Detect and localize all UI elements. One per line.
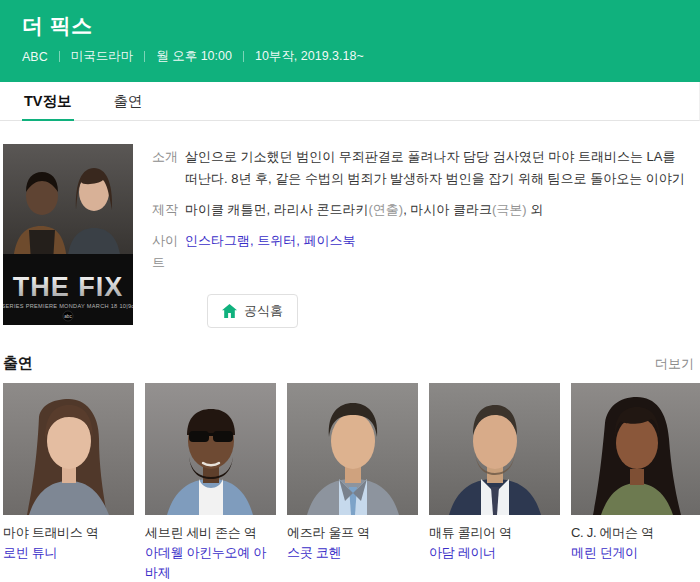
- meta-episodes: 10부작, 2019.3.18~: [255, 48, 364, 65]
- cast-role: 마야 트래비스 역: [3, 523, 134, 543]
- cast-actor-link[interactable]: 로빈 튜니: [3, 543, 134, 563]
- cast-card: C. J. 에머슨 역 메린 던게이: [571, 383, 700, 582]
- meta-genre: 미국드라마: [71, 48, 134, 65]
- cast-more-link[interactable]: 더보기: [655, 355, 694, 373]
- program-details: 소개 살인으로 기소했던 범인이 무죄판결로 풀려나자 담당 검사였던 마야 트…: [152, 144, 685, 328]
- meta-divider: [243, 51, 244, 62]
- production-role-writing: (극본): [492, 202, 527, 217]
- cast-card: 에즈라 울프 역 스콧 코헨: [287, 383, 418, 582]
- cast-photo-emerson[interactable]: [571, 383, 700, 515]
- cast-role: 에즈라 울프 역: [287, 523, 418, 543]
- cast-actor-link[interactable]: 아데웰 아킨누오예 아바제: [145, 543, 276, 582]
- production-names: 마이클 캐틀먼, 라리사 콘드라키: [185, 202, 368, 217]
- poster-title-text: THE FIX: [13, 272, 124, 302]
- cast-actor-link[interactable]: 메린 던게이: [571, 543, 700, 563]
- production-label: 제작: [152, 199, 185, 221]
- cast-grid: 마야 트래비스 역 로빈 튜니: [3, 383, 697, 582]
- portrait-man-navy-suit: [429, 383, 560, 515]
- cast-actor-link[interactable]: 아담 레이너: [429, 543, 560, 563]
- poster-image[interactable]: THE FIX SERIES PREMIERE MONDAY MARCH 18 …: [3, 144, 133, 325]
- program-title: 더 픽스: [22, 13, 678, 39]
- portrait-woman-brown-hair: [3, 383, 134, 515]
- cast-role: 매튜 콜리어 역: [429, 523, 560, 543]
- cast-section-title: 출연: [3, 354, 33, 373]
- instagram-link[interactable]: 인스타그램: [185, 233, 250, 248]
- production-role-directing: (연출): [368, 202, 403, 217]
- intro-label: 소개: [152, 146, 185, 190]
- tab-bar: TV정보 출연: [0, 82, 700, 121]
- tv-info-page: 더 픽스 ABC 미국드라마 월 오후 10:00 10부작, 2019.3.1…: [0, 0, 700, 582]
- production-text: 마이클 캐틀먼, 라리사 콘드라키(연출), 마시아 클라크(극본) 외: [185, 199, 685, 221]
- home-icon: [222, 304, 237, 318]
- official-home-button[interactable]: 공식홈: [207, 294, 298, 328]
- cast-header: 출연 더보기: [3, 354, 697, 373]
- production-names-2: , 마시아 클라크: [403, 202, 492, 217]
- meta-divider: [59, 51, 60, 62]
- cast-photo-sevvy[interactable]: [145, 383, 276, 515]
- poster-art: THE FIX SERIES PREMIERE MONDAY MARCH 18 …: [3, 144, 133, 325]
- cast-role: 세브린 세비 존슨 역: [145, 523, 276, 543]
- portrait-man-sunglasses: [145, 383, 276, 515]
- poster-network-logo: abc: [64, 314, 72, 319]
- cast-card: 세브린 세비 존슨 역 아데웰 아킨누오예 아바제: [145, 383, 276, 582]
- cast-photo-collier[interactable]: [429, 383, 560, 515]
- program-header: 더 픽스 ABC 미국드라마 월 오후 10:00 10부작, 2019.3.1…: [0, 0, 700, 82]
- cast-photo-wolf[interactable]: [287, 383, 418, 515]
- meta-airtime: 월 오후 10:00: [156, 48, 232, 65]
- cast-card: 마야 트래비스 역 로빈 튜니: [3, 383, 134, 582]
- intro-row: 소개 살인으로 기소했던 범인이 무죄판결로 풀려나자 담당 검사였던 마야 트…: [152, 146, 685, 190]
- site-label: 사이트: [152, 230, 185, 274]
- portrait-woman-dark-hair: [571, 383, 700, 515]
- cast-photo-maya[interactable]: [3, 383, 134, 515]
- program-meta: ABC 미국드라마 월 오후 10:00 10부작, 2019.3.18~: [22, 48, 678, 65]
- site-links: 인스타그램, 트위터, 페이스북: [185, 230, 685, 274]
- site-row: 사이트 인스타그램, 트위터, 페이스북: [152, 230, 685, 274]
- poster-premiere-text: SERIES PREMIERE MONDAY MARCH 18 10|9c: [3, 303, 133, 309]
- tab-tv-info[interactable]: TV정보: [22, 82, 74, 120]
- cast-actor-link[interactable]: 스콧 코헨: [287, 543, 418, 563]
- tab-cast[interactable]: 출연: [112, 82, 145, 120]
- twitter-link[interactable]: 트위터: [257, 233, 296, 248]
- portrait-man-gray-suit: [287, 383, 418, 515]
- info-section: THE FIX SERIES PREMIERE MONDAY MARCH 18 …: [0, 121, 700, 328]
- cast-card: 매튜 콜리어 역 아담 레이너: [429, 383, 560, 582]
- facebook-link[interactable]: 페이스북: [303, 233, 355, 248]
- production-row: 제작 마이클 캐틀먼, 라리사 콘드라키(연출), 마시아 클라크(극본) 외: [152, 199, 685, 221]
- cast-role: C. J. 에머슨 역: [571, 523, 700, 543]
- meta-divider: [144, 51, 145, 62]
- official-home-label: 공식홈: [244, 302, 283, 320]
- meta-network: ABC: [22, 50, 48, 64]
- cast-section: 출연 더보기 마야 트래비스 역 로빈 튜니: [0, 354, 700, 582]
- production-etc: 외: [527, 202, 544, 217]
- intro-text: 살인으로 기소했던 범인이 무죄판결로 풀려나자 담당 검사였던 마야 트래비스…: [185, 146, 685, 190]
